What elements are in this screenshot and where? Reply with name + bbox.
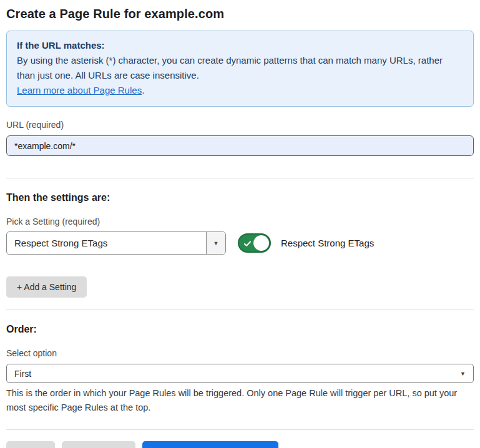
url-field-label: URL (required) bbox=[6, 120, 474, 130]
order-section-heading: Order: bbox=[6, 324, 474, 335]
footer-divider bbox=[6, 429, 474, 430]
toggle-knob bbox=[253, 235, 269, 251]
order-select[interactable]: First ▼ bbox=[6, 364, 474, 383]
info-box-heading: If the URL matches: bbox=[17, 38, 463, 53]
link-period: . bbox=[142, 85, 144, 95]
toggle-label: Respect Strong ETags bbox=[281, 238, 374, 248]
learn-more-link[interactable]: Learn more about Page Rules bbox=[17, 85, 142, 95]
order-select-value: First bbox=[14, 369, 460, 379]
etags-toggle[interactable] bbox=[238, 233, 271, 253]
section-divider bbox=[6, 178, 474, 178]
setting-row: Respect Strong ETags ▼ Respect Strong ET… bbox=[6, 231, 474, 255]
setting-select[interactable]: Respect Strong ETags ▼ bbox=[6, 231, 226, 255]
page-title: Create a Page Rule for example.com bbox=[6, 7, 474, 21]
add-setting-button[interactable]: + Add a Setting bbox=[6, 276, 87, 298]
url-match-info-box: If the URL matches: By using the asteris… bbox=[6, 31, 474, 107]
order-help-text: This is the order in which your Page Rul… bbox=[6, 386, 471, 415]
chevron-down-icon[interactable]: ▼ bbox=[206, 232, 225, 254]
pick-setting-label: Pick a Setting (required) bbox=[6, 217, 474, 226]
order-select-label: Select option bbox=[6, 348, 474, 358]
cancel-button[interactable]: Cancel bbox=[6, 441, 55, 448]
footer-actions: Cancel Save as Draft Save and Deploy Pag… bbox=[6, 441, 474, 448]
section-divider bbox=[6, 309, 474, 310]
checkmark-icon bbox=[243, 239, 252, 250]
save-as-draft-button[interactable]: Save as Draft bbox=[62, 441, 136, 448]
setting-select-value: Respect Strong ETags bbox=[7, 232, 206, 254]
url-input[interactable] bbox=[6, 135, 474, 156]
save-and-deploy-button[interactable]: Save and Deploy Page Rule bbox=[142, 441, 278, 448]
chevron-down-icon: ▼ bbox=[460, 371, 466, 377]
info-box-link-line: Learn more about Page Rules. bbox=[17, 83, 463, 98]
settings-section-heading: Then the settings are: bbox=[6, 192, 474, 203]
info-box-body: By using the asterisk (*) character, you… bbox=[17, 53, 463, 83]
